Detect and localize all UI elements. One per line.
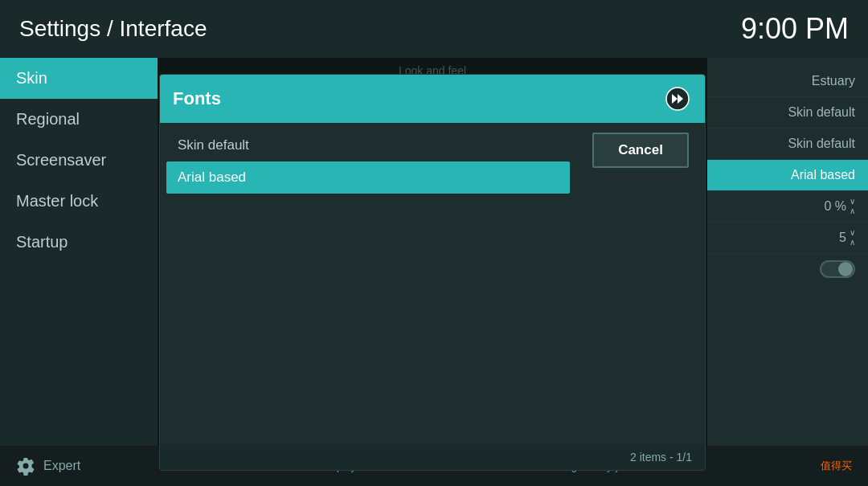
header: Settings / Interface 9:00 PM: [0, 0, 868, 58]
sidebar-item-regional[interactable]: Regional: [0, 99, 158, 140]
count-value: 5: [839, 231, 846, 245]
main-layout: Skin Regional Screensaver Master lock St…: [0, 58, 868, 446]
right-panel: Estuary Skin default Skin default Arial …: [707, 58, 868, 446]
list-item-arial-based[interactable]: Arial based: [166, 161, 570, 194]
right-panel-count: 5 ∨ ∧: [707, 223, 868, 254]
zoom-value: 0 %: [824, 199, 846, 214]
dialog-list: Skin default Arial based: [160, 123, 576, 444]
right-panel-arial-based: Arial based: [707, 160, 868, 191]
clock: 9:00 PM: [741, 12, 849, 46]
bottom-left: Expert: [16, 456, 80, 476]
sidebar-item-skin[interactable]: Skin: [0, 58, 158, 99]
right-panel-skin-default-1: Skin default: [707, 97, 868, 129]
list-item-skin-default[interactable]: Skin default: [166, 129, 570, 161]
dialog-actions: Cancel: [576, 123, 705, 444]
dialog-title: Fonts: [173, 88, 221, 109]
count-arrows[interactable]: ∨ ∧: [850, 229, 855, 247]
dialog-footer: 2 items - 1/1: [160, 444, 705, 470]
sidebar-item-screensaver[interactable]: Screensaver: [0, 140, 158, 181]
right-panel-estuary: Estuary: [707, 66, 868, 97]
sidebar: Skin Regional Screensaver Master lock St…: [0, 58, 158, 446]
sidebar-item-startup[interactable]: Startup: [0, 222, 158, 263]
page-title: Settings / Interface: [19, 16, 207, 42]
right-panel-skin-default-2: Skin default: [707, 129, 868, 160]
sidebar-item-master-lock[interactable]: Master lock: [0, 181, 158, 222]
zoom-arrows[interactable]: ∨ ∧: [850, 198, 855, 215]
dialog-header: Fonts: [160, 75, 705, 123]
expert-label[interactable]: Expert: [43, 459, 80, 473]
cancel-button[interactable]: Cancel: [592, 133, 689, 168]
toggle-switch[interactable]: [820, 260, 855, 278]
kodi-icon: [663, 84, 692, 113]
right-panel-zoom: 0 % ∨ ∧: [707, 191, 868, 223]
content-area: Look and feel Fonts: [158, 58, 707, 446]
fonts-dialog: Fonts Skin default: [159, 74, 706, 471]
dialog-body: Skin default Arial based Cancel: [160, 123, 705, 444]
watermark: 值得买: [821, 459, 852, 473]
toggle-container: [707, 254, 868, 284]
dialog-overlay: Fonts Skin default: [158, 58, 707, 446]
toggle-knob: [838, 262, 853, 276]
gear-icon: [16, 456, 35, 476]
